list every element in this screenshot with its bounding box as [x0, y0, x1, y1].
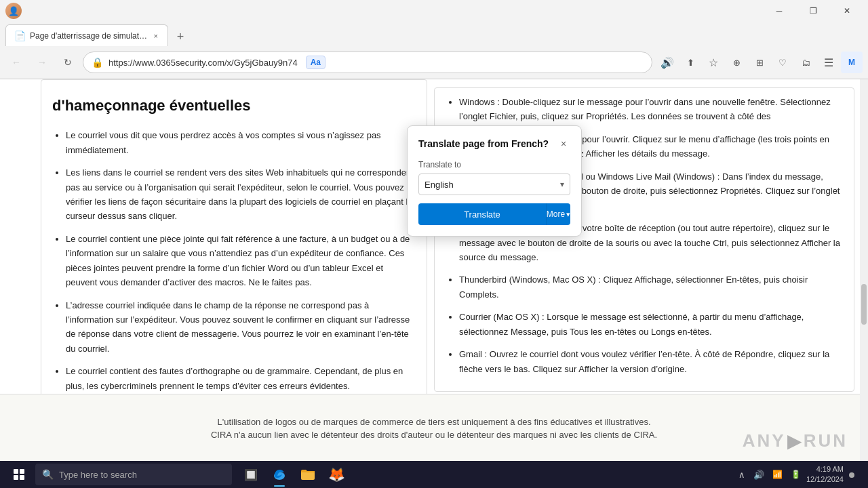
list-item: Thunderbird (Windows, Mac OS X) : Clique… — [459, 272, 843, 302]
tab-bar: 📄 Page d'atterrissage de simulation... ×… — [0, 22, 868, 46]
dialog-header: Translate page from French? × — [418, 137, 570, 150]
taskbar-apps: 🔲 🦊 — [237, 461, 350, 488]
notification-icon[interactable] — [846, 470, 857, 480]
volume-icon[interactable]: 🔊 — [751, 470, 767, 480]
taskbar-right: ∧ 🔊 📶 🔋 4:19 AM 12/12/2024 — [736, 464, 863, 485]
anyrun-logo: ANY ▶ RUN — [743, 430, 848, 452]
back-button[interactable]: ← — [5, 52, 27, 73]
url-bar[interactable]: 🔒 https://www.0365security.com/x/Gy5jGba… — [83, 52, 652, 73]
collections2-icon[interactable]: 🗂 — [795, 52, 816, 73]
selected-language: English — [425, 180, 454, 190]
list-item: Le courriel contient des fautes d’orthog… — [66, 364, 416, 393]
translate-to-label: Translate to — [418, 160, 570, 169]
date-display: 12/12/2024 — [806, 474, 844, 485]
more-button[interactable]: More ▾ — [546, 203, 570, 225]
taskbar-edge[interactable] — [266, 461, 293, 488]
language-dropdown[interactable]: English ▾ — [418, 174, 570, 195]
tab-title: Page d'atterrissage de simulation... — [30, 31, 149, 41]
network-icon[interactable]: 📶 — [770, 470, 785, 479]
taskbar: 🔍 Type here to search 🔲 🦊 ∧ 🔊 📶 🔋 4:19 A… — [0, 461, 868, 488]
split-screen-icon[interactable]: ⊞ — [749, 52, 770, 73]
browser-chrome: 👤 ─ ❒ ✕ 📄 Page d'atterrissage de simulat… — [0, 0, 868, 79]
footer-line2: CIRA n'a aucun lien avec le détenteur de… — [211, 430, 657, 440]
title-bar: 👤 ─ ❒ ✕ — [0, 0, 868, 22]
left-bullet-list: Le courriel vous dit que vous perdrez ac… — [52, 128, 416, 393]
start-button[interactable] — [5, 461, 33, 488]
more-arrow-icon: ▾ — [566, 210, 570, 219]
tab-close-button[interactable]: × — [153, 30, 159, 41]
windows-icon — [14, 469, 24, 480]
time-display: 4:19 AM — [806, 464, 844, 474]
taskbar-task-view[interactable]: 🔲 — [237, 461, 264, 488]
settings-icon[interactable]: ☰ — [818, 52, 840, 73]
tab-favicon: 📄 — [14, 30, 26, 41]
list-item: Le courriel vous dit que vous perdrez ac… — [66, 128, 416, 157]
immersive-reader-icon[interactable]: ⬆ — [679, 52, 701, 73]
copilot-icon[interactable]: M — [841, 52, 863, 73]
datetime-display[interactable]: 4:19 AM 12/12/2024 — [806, 464, 844, 485]
new-tab-button[interactable]: + — [171, 27, 190, 46]
toolbar-icons: 🔊 ⬆ ☆ ⊕ ⊞ ♡ 🗂 ☰ M — [656, 52, 863, 73]
list-item: Les liens dans le courriel se rendent ve… — [66, 165, 416, 224]
left-box: d'hameçonnage éventuelles Le courriel vo… — [41, 79, 427, 410]
taskbar-file-explorer[interactable] — [294, 461, 321, 488]
chevron-down-icon: ▾ — [560, 180, 564, 189]
translate-indicator[interactable]: Aa — [306, 56, 326, 69]
anyrun-run-text: RUN — [804, 430, 848, 451]
scrollbar[interactable] — [860, 79, 868, 488]
anyrun-text: ANY — [743, 430, 786, 451]
anyrun-arrow-icon: ▶ — [787, 430, 802, 452]
list-item: Windows : Double-cliquez sur le message … — [459, 95, 843, 124]
list-item: Courrier (Mac OS X) : Lorsque le message… — [459, 310, 843, 339]
list-item: L’adresse courriel indiquée dans le cham… — [66, 298, 416, 357]
taskbar-search[interactable]: 🔍 Type here to search — [35, 464, 232, 485]
left-content: d'hameçonnage éventuelles Le courriel vo… — [52, 88, 416, 393]
forward-button[interactable]: → — [31, 52, 53, 73]
edge-icon — [272, 467, 287, 482]
minimize-button[interactable]: ─ — [764, 0, 795, 22]
more-label: More — [547, 209, 565, 219]
scrollbar-thumb[interactable] — [861, 284, 867, 325]
favorites-icon[interactable]: ☆ — [703, 52, 724, 73]
active-tab[interactable]: 📄 Page d'atterrissage de simulation... × — [5, 24, 168, 46]
battery-icon[interactable]: 🔋 — [788, 470, 804, 479]
profile-icon[interactable]: 👤 — [5, 3, 22, 19]
dialog-close-button[interactable]: × — [557, 137, 570, 150]
lock-icon: 🔒 — [92, 57, 103, 68]
list-item: Le courriel contient une pièce jointe qu… — [66, 232, 416, 290]
translate-button[interactable]: Translate — [418, 203, 546, 225]
page-heading: d'hameçonnage éventuelles — [52, 88, 416, 117]
refresh-button[interactable]: ↻ — [57, 52, 79, 73]
close-button[interactable]: ✕ — [831, 0, 863, 22]
collections-icon[interactable]: ⊕ — [726, 52, 747, 73]
window-controls: ─ ❒ ✕ — [764, 0, 863, 22]
dialog-title: Translate page from French? — [418, 138, 549, 149]
url-text: https://www.0365security.com/x/Gy5jGbauy… — [108, 58, 298, 68]
read-aloud-icon[interactable]: 🔊 — [656, 52, 678, 73]
dialog-actions: Translate More ▾ — [418, 203, 570, 225]
footer-line1: L'utilisation de logos ou de marques de … — [217, 417, 650, 427]
translate-dialog: Translate page from French? × Translate … — [407, 125, 582, 237]
taskbar-firefox[interactable]: 🦊 — [323, 461, 350, 488]
search-placeholder: Type here to search — [59, 470, 137, 480]
search-icon: 🔍 — [42, 469, 54, 480]
browser-essentials-icon[interactable]: ♡ — [772, 52, 793, 73]
folder-icon — [301, 468, 315, 481]
restore-button[interactable]: ❒ — [797, 0, 829, 22]
address-bar: ← → ↻ 🔒 https://www.0365security.com/x/G… — [0, 46, 868, 79]
page-content: d'hameçonnage éventuelles Le courriel vo… — [0, 79, 868, 488]
chevron-up-icon[interactable]: ∧ — [736, 470, 748, 480]
footer-bar: L'utilisation de logos ou de marques de … — [0, 394, 868, 462]
list-item: Gmail : Ouvrez le courriel dont vous vou… — [459, 347, 843, 376]
